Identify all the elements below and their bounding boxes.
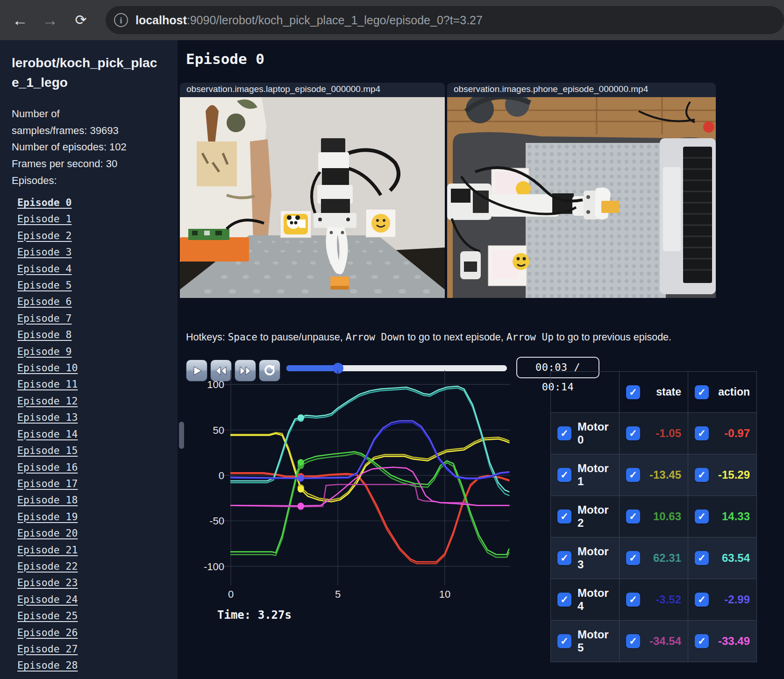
x-tick-label: 5 <box>335 588 341 600</box>
motor-checkbox[interactable]: ✓ <box>557 468 571 482</box>
episode-link[interactable]: Episode 5 <box>17 277 78 293</box>
state-checkbox[interactable]: ✓ <box>626 426 640 440</box>
motor-label: Motor 1 <box>577 462 613 488</box>
episode-link[interactable]: Episode 10 <box>17 360 78 376</box>
episode-link[interactable]: Episode 16 <box>17 459 78 475</box>
episode-link[interactable]: Episode 0 <box>17 194 78 211</box>
action-checkbox[interactable]: ✓ <box>695 593 709 607</box>
video-card-phone: observation.images.phone_episode_000000.… <box>447 83 716 298</box>
header-empty-cell <box>551 372 620 413</box>
episode-link[interactable]: Episode 26 <box>17 624 78 641</box>
state-all-checkbox[interactable]: ✓ <box>626 385 640 399</box>
hotkey-key: Space <box>228 332 257 343</box>
episode-link[interactable]: Episode 28 <box>17 657 78 673</box>
episode-link[interactable]: Episode 21 <box>17 542 78 558</box>
action-value: -0.97 <box>709 427 750 440</box>
episode-link[interactable]: Episode 23 <box>17 574 78 591</box>
cursor-marker <box>298 502 304 509</box>
x-tick-label: 10 <box>439 588 450 600</box>
info-episodes: Number of episodes: 102 <box>12 139 137 156</box>
episode-link[interactable]: Episode 20 <box>17 525 78 541</box>
episode-link[interactable]: Episode 11 <box>17 376 78 392</box>
episode-link[interactable]: Episode 3 <box>17 244 78 260</box>
state-checkbox[interactable]: ✓ <box>626 593 640 607</box>
motor-label: Motor 4 <box>577 587 613 613</box>
episode-link[interactable]: Episode 27 <box>17 641 78 657</box>
state-checkbox[interactable]: ✓ <box>626 468 640 482</box>
motor-checkbox[interactable]: ✓ <box>557 509 571 523</box>
episode-link[interactable]: Episode 22 <box>17 558 78 574</box>
episode-link[interactable]: Episode 7 <box>17 310 78 326</box>
red-object <box>703 121 714 133</box>
episode-link[interactable]: Episode 12 <box>17 393 78 409</box>
episode-link[interactable]: Episode 9 <box>17 343 78 360</box>
action-value: -15.29 <box>709 468 750 481</box>
video-player-laptop[interactable] <box>180 97 445 298</box>
reload-icon[interactable]: ⟳ <box>69 8 93 32</box>
motor-row: ✓Motor 2✓10.63✓14.33 <box>551 496 757 538</box>
episode-link[interactable]: Episode 18 <box>17 492 78 508</box>
action-all-checkbox[interactable]: ✓ <box>695 385 709 399</box>
video-player-phone[interactable] <box>447 97 716 298</box>
motor-checkbox[interactable]: ✓ <box>557 426 571 440</box>
forward-icon[interactable]: → <box>38 8 62 32</box>
motor-label: Motor 0 <box>577 420 613 446</box>
motor-checkbox[interactable]: ✓ <box>557 593 571 607</box>
main-content: Episode 0 observation.images.laptop_epis… <box>178 40 784 679</box>
motor-row: ✓Motor 1✓-13.45✓-15.29 <box>551 454 757 496</box>
motor-checkbox[interactable]: ✓ <box>557 634 571 648</box>
action-checkbox[interactable]: ✓ <box>695 551 709 565</box>
motor-chart[interactable]: 100500-50-1000510Time: 3.27s <box>178 367 519 633</box>
box-bottom-left <box>488 246 529 286</box>
video-card-laptop: observation.images.laptop_episode_000000… <box>180 83 445 298</box>
action-checkbox[interactable]: ✓ <box>695 426 709 440</box>
x-tick-label: 0 <box>228 588 234 600</box>
page-title: Episode 0 <box>186 50 264 67</box>
episodes-label: Episodes: <box>12 172 137 189</box>
episode-link[interactable]: Episode 19 <box>17 509 78 525</box>
action-header-label: action <box>718 386 750 398</box>
state-checkbox[interactable]: ✓ <box>626 634 640 648</box>
episode-link[interactable]: Episode 6 <box>17 293 78 310</box>
state-checkbox[interactable]: ✓ <box>626 509 640 523</box>
hotkeys-help: Hotkeys: Space to pause/unpause, Arrow D… <box>186 332 671 343</box>
address-bar[interactable]: i localhost:9090/lerobot/koch_pick_place… <box>106 6 784 34</box>
episode-link[interactable]: Episode 1 <box>17 211 78 227</box>
episode-link[interactable]: Episode 8 <box>17 326 78 343</box>
motor-table: ✓ state ✓ action ✓Motor 0✓-1.05✓-0.97✓Mo… <box>550 371 757 662</box>
episode-link[interactable]: Episode 15 <box>17 442 78 459</box>
y-tick-label: 0 <box>219 470 224 481</box>
motor-row: ✓Motor 3✓62.31✓63.54 <box>551 538 757 579</box>
episode-link[interactable]: Episode 13 <box>17 409 78 425</box>
episode-link[interactable]: Episode 2 <box>17 227 78 244</box>
action-value: 63.54 <box>709 552 750 565</box>
site-info-icon[interactable]: i <box>114 13 128 27</box>
sidebar: lerobot/koch_pick_place_1_lego Number of… <box>0 40 178 679</box>
series-line <box>231 474 509 564</box>
dataset-info: Number of samples/frames: 39693 Number o… <box>12 106 137 189</box>
episode-link[interactable]: Episode 14 <box>17 426 78 442</box>
table-header-row: ✓ state ✓ action <box>551 372 757 413</box>
action-checkbox[interactable]: ✓ <box>695 509 709 523</box>
episode-link[interactable]: Episode 24 <box>17 591 78 608</box>
action-value: 14.33 <box>709 510 750 523</box>
action-checkbox[interactable]: ✓ <box>695 468 709 482</box>
action-checkbox[interactable]: ✓ <box>695 634 709 648</box>
motor-label: Motor 3 <box>577 545 613 571</box>
motor-label: Motor 5 <box>577 628 613 654</box>
laptop <box>660 138 716 294</box>
episode-link[interactable]: Episode 25 <box>17 608 78 624</box>
episode-link[interactable]: Episode 17 <box>17 475 78 492</box>
header-action-cell: ✓ action <box>688 372 757 413</box>
episode-link[interactable]: Episode 4 <box>17 261 78 277</box>
smiley-box <box>366 209 396 237</box>
motor-checkbox[interactable]: ✓ <box>557 551 571 565</box>
motor-row: ✓Motor 5✓-34.54✓-33.49 <box>551 621 757 662</box>
episode-list: Episode 0Episode 1Episode 2Episode 3Epis… <box>17 194 78 674</box>
series-line <box>231 386 509 492</box>
info-samples: Number of samples/frames: 39693 <box>12 106 137 139</box>
motor-label: Motor 2 <box>577 503 613 530</box>
back-icon[interactable]: ← <box>8 8 32 32</box>
url-text[interactable]: localhost:9090/lerobot/koch_pick_place_1… <box>135 14 483 27</box>
state-checkbox[interactable]: ✓ <box>626 551 640 565</box>
